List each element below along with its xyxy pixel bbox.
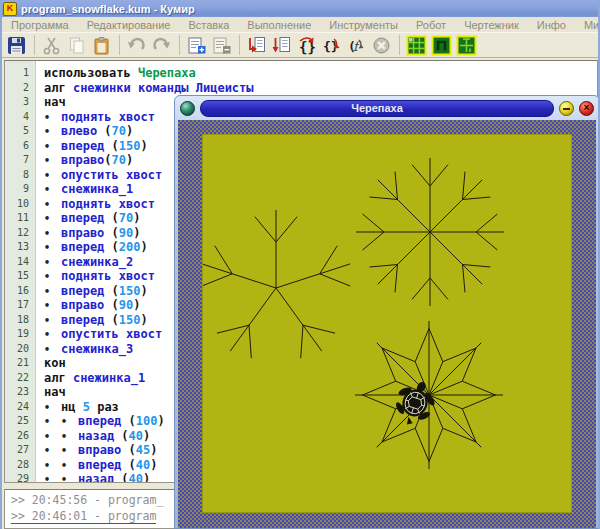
comment-button[interactable] <box>185 34 208 57</box>
paste-icon <box>91 35 112 56</box>
indent-bullet: • <box>44 444 61 459</box>
turtle-tool-window: Черепаха <box>174 95 600 529</box>
line-number: 25 <box>5 414 35 429</box>
drawer-window-icon <box>431 35 452 56</box>
indent-bullet: • <box>44 328 61 343</box>
run-to-end-button[interactable]: {} <box>320 34 343 57</box>
line-number: 18 <box>5 313 35 328</box>
line-number: 21 <box>5 356 35 371</box>
menu-drawer[interactable]: Чертежник <box>455 19 528 31</box>
run-continuous-button[interactable]: {} <box>295 34 318 57</box>
run-step-over-icon <box>271 35 292 56</box>
indent-bullet: • <box>44 299 61 314</box>
indent-bullet: • <box>44 256 61 271</box>
indent-bullet: • <box>61 415 78 430</box>
indent-bullet: • <box>44 212 61 227</box>
menu-insert[interactable]: Вставка <box>179 19 238 31</box>
uncomment-button[interactable] <box>210 34 233 57</box>
indent-bullet: • <box>44 241 61 256</box>
line-number: 16 <box>5 284 35 299</box>
stop-button[interactable] <box>370 34 393 57</box>
toolbar: {}{}(f <box>2 32 598 58</box>
toolbar-separator <box>399 35 400 55</box>
turtle-window-titlebar[interactable]: Черепаха <box>175 96 599 120</box>
turtle-field-window-button[interactable] <box>455 34 478 57</box>
line-number: 15 <box>5 269 35 284</box>
menu-robot[interactable]: Робот <box>407 19 455 31</box>
undo-button[interactable] <box>125 34 148 57</box>
indent-bullet: • <box>61 430 78 445</box>
line-number: 23 <box>5 385 35 400</box>
line-number: 9 <box>5 182 35 197</box>
line-number: 4 <box>5 110 35 125</box>
run-step-into-button[interactable] <box>245 34 268 57</box>
turtle-window-title: Черепаха <box>200 100 554 117</box>
cut-button[interactable] <box>40 34 63 57</box>
indent-bullet: • <box>61 444 78 459</box>
indent-bullet: • <box>61 459 78 474</box>
line-number: 7 <box>5 153 35 168</box>
robot-field-window-icon <box>406 35 427 56</box>
save-button[interactable] <box>5 34 28 57</box>
indent-bullet: • <box>44 111 61 126</box>
turtle-window-minimize-button[interactable] <box>559 101 574 116</box>
toolbar-separator <box>239 35 240 55</box>
run-to-end-icon: {} <box>321 35 342 56</box>
toolbar-separator <box>119 35 120 55</box>
indent-bullet: • <box>44 430 61 445</box>
line-number: 12 <box>5 226 35 241</box>
line-number: 27 <box>5 443 35 458</box>
indent-bullet: • <box>44 285 61 300</box>
indent-bullet: • <box>44 198 61 213</box>
robot-field-window-button[interactable] <box>405 34 428 57</box>
turtle-window-close-button[interactable] <box>579 101 594 116</box>
line-number: 11 <box>5 211 35 226</box>
line-number: 26 <box>5 429 35 444</box>
indent-bullet: • <box>44 183 61 198</box>
window-title: program_snowflake.kum - Кумир <box>21 3 195 15</box>
drawer-window-button[interactable] <box>430 34 453 57</box>
menu-worlds[interactable]: Миры <box>575 19 600 31</box>
turtle-window-menu-button[interactable] <box>180 101 195 116</box>
indent-bullet: • <box>61 473 78 482</box>
stop-icon <box>371 35 392 56</box>
line-number: 8 <box>5 168 35 183</box>
line-number: 19 <box>5 327 35 342</box>
indent-bullet: • <box>44 227 61 242</box>
copy-icon <box>66 35 87 56</box>
turtle-window-client-area <box>178 120 596 528</box>
copy-button[interactable] <box>65 34 88 57</box>
menu-run[interactable]: Выполнение <box>238 19 320 31</box>
run-continuous-icon: {} <box>296 35 317 56</box>
run-step-over-button[interactable] <box>270 34 293 57</box>
cut-icon <box>41 35 62 56</box>
line-number: 5 <box>5 124 35 139</box>
toolbar-separator <box>34 35 35 55</box>
eval-expression-icon: (f <box>346 35 367 56</box>
indent-bullet: • <box>44 415 61 430</box>
window-titlebar[interactable]: K program_snowflake.kum - Кумир <box>0 0 600 17</box>
indent-bullet: • <box>44 125 61 140</box>
code-line[interactable]: использовать Черепаха <box>36 66 597 81</box>
line-number: 14 <box>5 255 35 270</box>
indent-bullet: • <box>44 401 61 416</box>
menu-tools[interactable]: Инструменты <box>320 19 407 31</box>
run-step-into-icon <box>246 35 267 56</box>
eval-expression-button[interactable]: (f <box>345 34 368 57</box>
menu-edit[interactable]: Редактирование <box>78 19 180 31</box>
indent-bullet: • <box>44 343 61 358</box>
indent-bullet: • <box>44 140 61 155</box>
menu-program[interactable]: Программа <box>2 19 78 31</box>
code-line[interactable]: алг снежинки команды Лицеисты <box>36 81 597 96</box>
line-number: 24 <box>5 400 35 415</box>
app-icon: K <box>3 2 17 16</box>
line-number: 1 <box>5 66 35 81</box>
kumir-main-window: K program_snowflake.kum - Кумир Программ… <box>0 0 600 529</box>
paste-button[interactable] <box>90 34 113 57</box>
indent-bullet: • <box>44 270 61 285</box>
menu-info[interactable]: Инфо <box>528 19 575 31</box>
undo-icon <box>126 35 147 56</box>
redo-button[interactable] <box>150 34 173 57</box>
redo-icon <box>151 35 172 56</box>
svg-text:{}: {} <box>299 39 316 55</box>
